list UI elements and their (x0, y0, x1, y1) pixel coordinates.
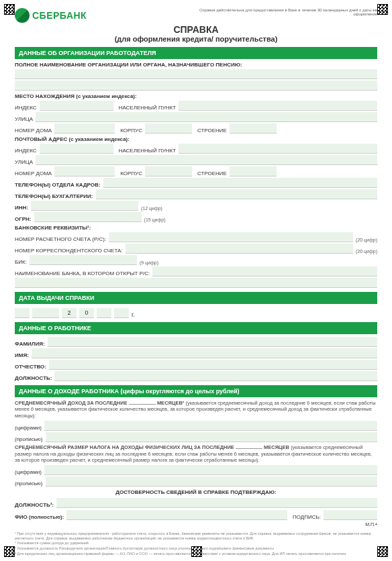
doc-subtitle: (для оформления кредита/ поручительства) (15, 35, 377, 43)
label-postal: ПОЧТОВЫЙ АДРЕС (с указанием индекса): (15, 136, 377, 142)
field-rs[interactable] (109, 232, 353, 242)
qr-corner (377, 546, 388, 557)
field-fullname-2[interactable] (15, 81, 377, 91)
label-otch: ОТЧЕСТВО: (15, 364, 49, 370)
field-phouse[interactable] (54, 166, 115, 176)
hint-bik: (9 цифр) (137, 260, 158, 265)
qr-corner (191, 546, 202, 557)
label-bik: БИК: (15, 259, 30, 265)
label-tel-hr: ТЕЛЕФОН(Ы) ОТДЕЛА КАДРОВ: (15, 182, 103, 188)
field-pstroenie[interactable] (230, 166, 277, 176)
label-imya: ИМЯ: (15, 352, 32, 358)
field-stroenie[interactable] (230, 123, 277, 134)
doc-title: СПРАВКА (15, 24, 377, 35)
field-pcity[interactable] (179, 144, 377, 154)
field-sign-dol[interactable] (56, 498, 377, 508)
section-employee: ДАННЫЕ О РАБОТНИКЕ (15, 322, 377, 334)
income-block: СРЕДНЕМЕСЯЧНЫЙ ДОХОД ЗА ПОСЛЕДНИЕ МЕСЯЦЕ… (15, 400, 377, 419)
label-ks: НОМЕР КОРРЕСПОНДЕНТСКОГО СЧЕТА: (15, 248, 126, 254)
label-street-2: УЛИЦА (15, 159, 36, 165)
label-house: НОМЕР ДОМА (15, 128, 54, 134)
field-bankname[interactable] (152, 266, 377, 276)
confirm-heading: ДОСТОВЕРНОСТЬ СВЕДЕНИЙ В СПРАВКЕ ПОДТВЕР… (15, 489, 377, 495)
field-bik[interactable] (30, 255, 137, 265)
field-year-4[interactable] (114, 308, 129, 318)
field-tax-num[interactable] (44, 465, 377, 475)
section-employer: ДАННЫЕ ОБ ОРГАНИЗАЦИИ РАБОТОДАТЕЛЯ (15, 47, 377, 59)
field-tax-txt[interactable] (46, 476, 377, 487)
qr-corner (4, 4, 15, 15)
field-fullname[interactable] (15, 69, 377, 79)
label-city-2: НАСЕЛЕННЫЙ ПУНКТ (119, 148, 179, 154)
field-pstreet[interactable] (36, 155, 377, 165)
field-day[interactable] (15, 308, 30, 318)
label-fullname: ПОЛНОЕ НАИМЕНОВАНИЕ ОРГАНИЗАЦИИ ИЛИ ОРГА… (15, 62, 377, 68)
section-income: ДАННЫЕ О ДОХОДЕ РАБОТНИКА (цифры округля… (15, 385, 377, 397)
label-cifr: (цифрами) (15, 425, 44, 431)
field-bankname-2[interactable] (15, 278, 377, 288)
validity-note: Справка действительна для предоставления… (189, 8, 377, 16)
year-suffix: г. (132, 311, 135, 318)
hint-inn: (12 цифр) (138, 206, 162, 211)
label-prop: (прописью) (15, 436, 46, 442)
field-sign-fio[interactable] (66, 510, 287, 520)
label-korpus-2: КОРПУС (120, 170, 145, 176)
label-korpus: КОРПУС (120, 128, 145, 134)
label-tel-acc: ТЕЛЕФОН(Ы) БУХГАЛТЕРИИ: (15, 193, 96, 199)
hint-rs: (20 цифр) (353, 238, 377, 242)
field-city[interactable] (179, 101, 377, 111)
label-stroenie: СТРОЕНИЕ (197, 128, 230, 134)
field-income-txt[interactable] (46, 432, 377, 442)
label-dol: ДОЛЖНОСТЬ: (15, 375, 54, 381)
logo: СБЕРБАНК (15, 8, 87, 23)
field-otch[interactable] (49, 360, 377, 370)
field-house[interactable] (54, 123, 115, 134)
field-tel-hr[interactable] (103, 178, 378, 188)
label-stroenie-2: СТРОЕНИЕ (197, 170, 230, 176)
hint-ogrn: (15 цифр) (142, 217, 166, 222)
label-city: НАСЕЛЕННЫЙ ПУНКТ (119, 105, 179, 111)
section-date: ДАТА ВЫДАЧИ СПРАВКИ (15, 292, 377, 304)
tax-block: СРЕДНЕМЕСЯЧНЫЙ РАЗМЕР НАЛОГА НА ДОХОДЫ Ф… (15, 444, 377, 463)
stamp-label: М.П.⁴ (15, 522, 377, 527)
year-0: 0 (79, 308, 94, 318)
field-ogrn[interactable] (34, 212, 142, 222)
logo-text: СБЕРБАНК (32, 10, 87, 21)
label-prop-2: (прописью) (15, 480, 46, 487)
label-sign: ПОДПИСЬ: (293, 514, 324, 520)
label-ogrn: ОГРН: (15, 216, 34, 222)
label-cifr-2: (цифрами) (15, 469, 44, 475)
label-rs: НОМЕР РАСЧЕТНОГО СЧЕТА (Р/С): (15, 236, 109, 242)
sberbank-icon (15, 8, 30, 23)
label-dol-sign: ДОЛЖНОСТЬ³: (15, 502, 56, 508)
label-location: МЕСТО НАХОЖДЕНИЯ (с указанием индекса): (15, 93, 377, 99)
qr-corner (377, 4, 388, 15)
field-year-3[interactable] (97, 308, 111, 318)
label-index-2: ИНДЕКС (15, 148, 40, 154)
label-street: УЛИЦА (15, 116, 36, 122)
field-income-num[interactable] (44, 421, 377, 431)
field-signature[interactable] (324, 510, 377, 520)
label-index: ИНДЕКС (15, 105, 40, 111)
label-inn: ИНН: (15, 205, 31, 211)
label-fio-sign: ФИО (полностью): (15, 514, 66, 520)
field-korpus[interactable] (145, 123, 192, 134)
year-2: 2 (62, 308, 77, 318)
qr-corner (4, 546, 15, 557)
hint-ks: (20 цифр) (353, 249, 377, 254)
field-ks[interactable] (126, 244, 353, 254)
field-fam[interactable] (48, 337, 377, 347)
field-pkorpus[interactable] (145, 166, 192, 176)
field-pindex[interactable] (40, 144, 113, 154)
field-month[interactable] (32, 308, 59, 318)
field-index[interactable] (40, 101, 113, 111)
field-imya[interactable] (32, 348, 377, 358)
label-house-2: НОМЕР ДОМА (15, 170, 54, 176)
field-tel-acc[interactable] (96, 189, 378, 199)
field-street[interactable] (36, 112, 377, 122)
label-bankname: НАИМЕНОВАНИЕ БАНКА, В КОТОРОМ ОТКРЫТ Р/С… (15, 270, 152, 276)
field-inn[interactable] (31, 201, 138, 211)
field-dol[interactable] (54, 371, 377, 381)
label-bank-req: БАНКОВСКИЕ РЕКВИЗИТЫ¹: (15, 225, 377, 231)
label-fam: ФАМИЛИЯ: (15, 341, 48, 347)
